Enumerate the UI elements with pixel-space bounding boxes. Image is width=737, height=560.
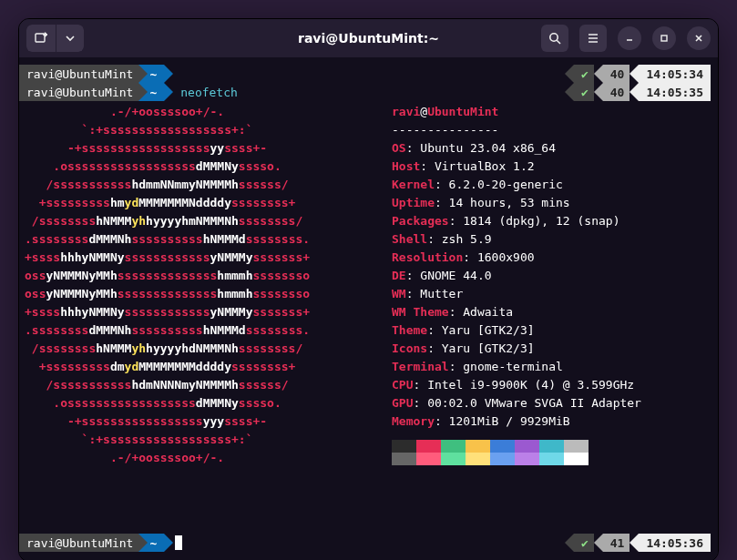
info-row: Packages: 1814 (dpkg), 12 (snap)	[392, 212, 718, 230]
rprompt-status: ✔	[574, 534, 594, 552]
info-value: : GNOME 44.0	[406, 269, 492, 282]
titlebar-left	[19, 25, 84, 52]
menu-button[interactable]	[579, 25, 607, 52]
info-row: Kernel: 6.2.0-20-generic	[392, 176, 718, 194]
rprompt-status: ✔	[574, 65, 594, 83]
ascii-logo: .-/+oossssoo+/-. `:+ssssssssssssssssss+:…	[19, 103, 384, 467]
ascii-line: .-/+oossssoo+/-.	[25, 449, 384, 467]
color-swatch	[515, 453, 539, 465]
ascii-line: +sssshhhyNMMNyssssssssssssyNMMMysssssss+	[25, 303, 384, 321]
ascii-line: +sssssssssdmydMMMMMMMMddddyssssssss+	[25, 358, 384, 376]
prompt-user: ravi@UbuntuMint	[19, 83, 138, 101]
info-key: WM	[392, 287, 406, 300]
rprompt-status: ✔	[574, 83, 594, 101]
ascii-line: +sssshhhyNMMNyssssssssssssyNMMMysssssss+	[25, 249, 384, 267]
info-value: : Yaru [GTK2/3]	[427, 341, 534, 355]
info-row: WM: Mutter	[392, 285, 718, 303]
info-key: CPU	[392, 378, 413, 392]
ascii-line: ossyNMMMNyMMhsssssssssssssshmmmhssssssso	[25, 267, 384, 285]
rprompt-arrow-icon	[594, 83, 603, 101]
prompt-user: ravi@UbuntuMint	[19, 65, 138, 83]
rprompt-number: 40	[603, 65, 630, 83]
tab-menu-button[interactable]	[56, 25, 84, 52]
info-row: GPU: 00:02.0 VMware SVGA II Adapter	[392, 394, 718, 412]
prompt-arrow-icon	[164, 65, 173, 83]
rprompt-number: 40	[603, 83, 630, 101]
color-swatches-row	[392, 440, 718, 453]
color-swatch	[490, 440, 515, 453]
rprompt-time: 14:05:34	[639, 65, 711, 83]
ascii-line: `:+ssssssssssssssssss+:`	[25, 431, 384, 449]
info-key: Shell	[392, 232, 427, 246]
color-swatch	[515, 440, 539, 453]
color-swatch	[441, 440, 466, 453]
cursor	[175, 535, 182, 550]
svg-point-1	[550, 34, 558, 41]
color-swatch	[392, 453, 416, 465]
hamburger-icon	[587, 32, 599, 45]
ascii-line: `:+ssssssssssssssssss+:`	[25, 121, 384, 139]
info-row: DE: GNOME 44.0	[392, 267, 718, 285]
info-key: GPU	[392, 396, 413, 410]
minimize-button[interactable]	[618, 26, 641, 50]
ascii-line: /sssssssshNMMMyhhyyyyhmNMMMNhssssssss/	[25, 212, 384, 230]
info-value: : 6.2.0-20-generic	[435, 178, 563, 191]
info-key: DE	[392, 269, 406, 282]
ascii-line: .ssssssssdMMMNhsssssssssshNMMMdssssssss.	[25, 230, 384, 249]
ascii-line: .ssssssssdMMMNhsssssssssshNMMMdssssssss.	[25, 321, 384, 340]
titlebar-right	[541, 25, 711, 52]
ascii-line: .ossssssssssssssssssdMMMNysssso.	[25, 394, 384, 412]
prompt-arrow-icon	[138, 83, 148, 101]
info-value: : zsh 5.9	[427, 232, 491, 246]
ascii-line: .-/+oossssoo+/-.	[25, 103, 384, 121]
prompt-arrow-icon	[164, 83, 173, 101]
info-key: Theme	[392, 323, 427, 337]
color-swatch	[564, 440, 589, 453]
info-row: OS: Ubuntu 23.04 x86_64	[392, 139, 718, 158]
rprompt-arrow-icon	[630, 65, 639, 83]
terminal-body[interactable]: ravi@UbuntuMint ~ ✔ 40 14:05:34 ravi@Ubu…	[19, 57, 718, 560]
rprompt-arrow-icon	[594, 534, 603, 552]
ascii-line: ossyNMMMNyMMhsssssssssssssshmmmhssssssso	[25, 285, 384, 303]
color-swatch	[416, 453, 441, 465]
info-value: : VirtualBox 1.2	[420, 159, 534, 173]
ascii-line: +ssssssssshmydMMMMMMMNddddyssssssss+	[25, 194, 384, 212]
maximize-icon	[659, 33, 670, 44]
info-row: Resolution: 1600x900	[392, 249, 718, 267]
terminal-window: ravi@UbuntuMint:~ ravi@UbuntuMint	[18, 18, 719, 560]
rprompt-arrow-icon	[565, 83, 574, 101]
prompt-arrow-icon	[138, 65, 148, 83]
prompt-arrow-icon	[138, 534, 148, 552]
prompt-user: ravi@UbuntuMint	[19, 534, 138, 552]
info-userhost: ravi@UbuntuMint	[392, 103, 718, 121]
info-key: WM Theme	[392, 305, 449, 319]
right-prompt: ✔ 41 14:05:36	[565, 534, 711, 552]
info-value: : Adwaita	[449, 305, 513, 319]
info-key: Memory	[392, 414, 435, 428]
ascii-line: /ssssssssssshdmmNNmmyNMMMMhssssss/	[25, 176, 384, 194]
search-icon	[548, 32, 561, 45]
system-info: ravi@UbuntuMint --------------- OS: Ubun…	[384, 103, 718, 467]
color-swatch	[490, 453, 515, 465]
new-tab-icon	[34, 31, 48, 46]
prompt-command: neofetch	[173, 84, 238, 101]
info-value: : Ubuntu 23.04 x86_64	[406, 141, 556, 155]
minimize-icon	[624, 33, 635, 44]
ascii-line: /sssssssshNMMMyhhyyyyhdNMMMNhssssssss/	[25, 340, 384, 358]
maximize-button[interactable]	[652, 26, 676, 50]
color-swatch	[466, 440, 490, 453]
new-tab-button[interactable]	[26, 25, 56, 52]
prompt-line-current[interactable]: ravi@UbuntuMint ~ ✔ 41 14:05:36	[19, 534, 718, 552]
svg-rect-7	[661, 36, 667, 41]
rprompt-time: 14:05:36	[639, 534, 711, 552]
close-button[interactable]	[687, 26, 711, 50]
search-button[interactable]	[541, 25, 568, 52]
color-swatch	[539, 453, 564, 465]
rprompt-arrow-icon	[630, 83, 639, 101]
info-key: Icons	[392, 341, 427, 355]
color-swatch	[392, 440, 416, 453]
info-value: : Mutter	[406, 287, 464, 300]
close-icon	[693, 33, 704, 44]
color-swatch	[466, 453, 490, 465]
new-tab-group	[26, 25, 84, 52]
